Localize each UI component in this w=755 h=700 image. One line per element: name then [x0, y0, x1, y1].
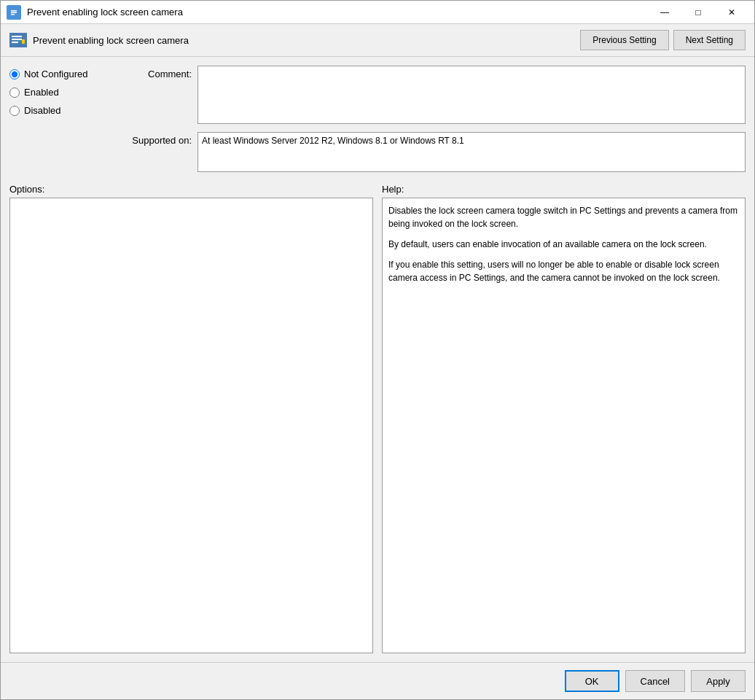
- enabled-label: Enabled: [24, 87, 59, 98]
- svg-rect-1: [11, 10, 17, 12]
- help-box: Disables the lock screen camera toggle s…: [382, 198, 746, 653]
- svg-rect-5: [12, 36, 22, 37]
- supported-text: At least Windows Server 2012 R2, Windows…: [197, 132, 746, 172]
- main-window: Prevent enabling lock screen camera — □ …: [0, 0, 755, 700]
- disabled-option[interactable]: Disabled: [9, 105, 126, 116]
- form-area: Comment: Supported on: At least Windows …: [126, 66, 746, 172]
- not-configured-label: Not Configured: [24, 69, 87, 79]
- not-configured-radio[interactable]: [9, 69, 20, 79]
- svg-rect-2: [11, 12, 17, 13]
- policy-icon: [9, 33, 27, 47]
- header-buttons: Previous Setting Next Setting: [580, 30, 746, 50]
- next-setting-button[interactable]: Next Setting: [673, 30, 746, 50]
- header-bar: Prevent enabling lock screen camera Prev…: [1, 24, 754, 57]
- options-label: Options:: [9, 184, 373, 195]
- radio-group: Not Configured Enabled Disabled: [9, 66, 126, 172]
- top-section: Not Configured Enabled Disabled Comment:: [9, 66, 746, 172]
- minimize-button[interactable]: —: [648, 1, 681, 24]
- close-button[interactable]: ✕: [715, 1, 748, 24]
- svg-rect-7: [12, 42, 18, 43]
- supported-wrapper: At least Windows Server 2012 R2, Windows…: [197, 132, 746, 172]
- header-left: Prevent enabling lock screen camera: [9, 33, 189, 47]
- disabled-label: Disabled: [24, 105, 61, 116]
- window-title: Prevent enabling lock screen camera: [27, 7, 648, 18]
- options-box: [9, 198, 373, 653]
- enabled-radio[interactable]: [9, 88, 20, 98]
- ok-button[interactable]: OK: [565, 670, 619, 692]
- content-area: Not Configured Enabled Disabled Comment:: [1, 57, 754, 662]
- disabled-radio[interactable]: [9, 106, 20, 116]
- options-panel: Options:: [9, 184, 373, 653]
- supported-label: Supported on:: [126, 132, 192, 146]
- window-icon: [7, 5, 21, 20]
- options-help-section: Options: Help: Disables the lock screen …: [9, 184, 746, 653]
- window-controls: — □ ✕: [648, 1, 748, 24]
- title-bar: Prevent enabling lock screen camera — □ …: [1, 1, 754, 24]
- comment-label: Comment:: [126, 66, 192, 79]
- cancel-button[interactable]: Cancel: [625, 670, 685, 692]
- svg-rect-8: [22, 39, 25, 44]
- maximize-button[interactable]: □: [681, 1, 715, 24]
- enabled-option[interactable]: Enabled: [9, 87, 126, 98]
- help-panel: Help: Disables the lock screen camera to…: [382, 184, 746, 653]
- supported-row: Supported on: At least Windows Server 20…: [126, 132, 746, 172]
- not-configured-option[interactable]: Not Configured: [9, 69, 126, 79]
- help-label: Help:: [382, 184, 746, 195]
- previous-setting-button[interactable]: Previous Setting: [580, 30, 668, 50]
- help-text-3: If you enable this setting, users will n…: [388, 258, 739, 284]
- svg-rect-3: [11, 14, 15, 15]
- svg-rect-6: [12, 39, 22, 40]
- help-text-2: By default, users can enable invocation …: [388, 238, 739, 251]
- header-title: Prevent enabling lock screen camera: [33, 35, 189, 46]
- comment-wrapper: [197, 66, 746, 126]
- apply-button[interactable]: Apply: [691, 670, 746, 692]
- help-text-1: Disables the lock screen camera toggle s…: [388, 204, 739, 230]
- footer: OK Cancel Apply: [1, 662, 754, 699]
- comment-textarea[interactable]: [197, 66, 746, 124]
- comment-row: Comment:: [126, 66, 746, 126]
